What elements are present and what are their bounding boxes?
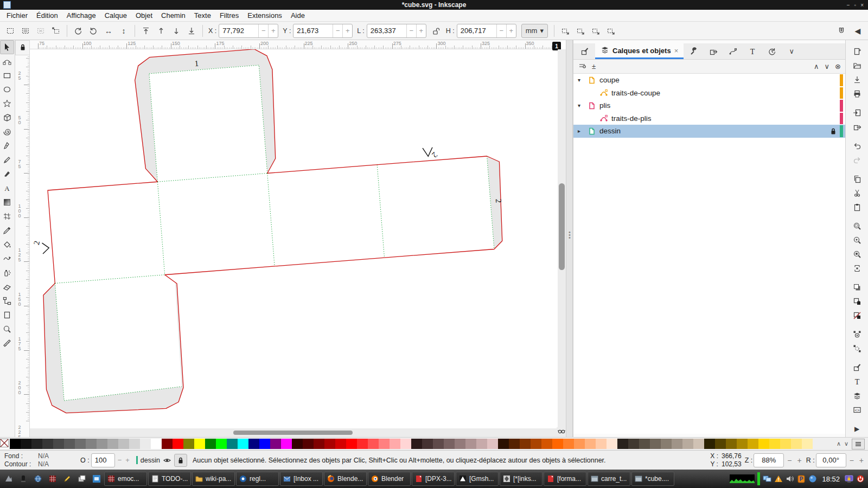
palette-swatch[interactable] xyxy=(368,439,379,449)
palette-swatch[interactable] xyxy=(10,439,21,449)
minimize-button[interactable]: − xyxy=(847,2,850,8)
tool-dropper[interactable] xyxy=(0,223,14,237)
palette-swatch[interactable] xyxy=(292,439,303,449)
save-button[interactable] xyxy=(850,73,864,87)
copy-button[interactable] xyxy=(850,172,864,186)
menu-item[interactable]: Aide xyxy=(286,10,309,21)
taskbar-window-button[interactable]: [DPX-3... xyxy=(412,472,455,486)
layer-row-coupe[interactable]: ▾ coupe xyxy=(573,74,845,87)
expander-icon[interactable]: ▾ xyxy=(578,77,588,83)
palette-swatch[interactable] xyxy=(140,439,151,449)
select-all-layers-button[interactable] xyxy=(18,24,33,38)
zoom-minus[interactable]: − xyxy=(785,456,794,465)
palette-swatch[interactable] xyxy=(693,439,704,449)
layer-row-dessin[interactable]: ▸ dessin xyxy=(573,125,845,138)
height-plus[interactable]: + xyxy=(506,24,516,37)
lock-ratio-toggle[interactable] xyxy=(429,24,443,38)
palette-swatch[interactable] xyxy=(379,439,390,449)
tool-node-editor[interactable] xyxy=(0,54,14,68)
no-color-swatch[interactable] xyxy=(0,439,10,449)
opacity-input[interactable]: 100 xyxy=(92,456,114,464)
tool-star[interactable] xyxy=(0,97,14,111)
zoom-center-button[interactable] xyxy=(850,261,864,275)
object-row-traits-de-coupe[interactable]: traits-de-coupe xyxy=(573,87,845,100)
palette-swatch[interactable] xyxy=(607,439,617,449)
delete-layer-button[interactable]: ⊗ xyxy=(835,62,841,70)
palette-swatch[interactable] xyxy=(118,439,129,449)
rotation-plus[interactable]: + xyxy=(857,456,866,465)
launcher-windows[interactable] xyxy=(74,471,89,486)
tool-pencil[interactable] xyxy=(0,153,14,167)
menu-item[interactable]: Calque xyxy=(100,10,131,21)
palette-swatch[interactable] xyxy=(487,439,498,449)
tool-3d-box[interactable] xyxy=(0,111,14,125)
layer-lock-icon[interactable] xyxy=(829,127,838,136)
h-ruler[interactable]: 75100125150175200225250275300325350 xyxy=(30,40,558,49)
layer-row-plis[interactable]: ▾ plis xyxy=(573,99,845,112)
paste-button[interactable] xyxy=(850,200,864,214)
width-input[interactable]: 263,337 xyxy=(367,27,406,35)
close-button[interactable]: × xyxy=(860,2,864,8)
print-button[interactable] xyxy=(850,87,864,101)
tool-spray[interactable] xyxy=(0,266,14,280)
palette-swatch[interactable] xyxy=(238,439,248,449)
taskbar-window-button[interactable]: carre_t... xyxy=(588,472,630,486)
palette-swatch[interactable] xyxy=(151,439,162,449)
palette-swatch[interactable] xyxy=(53,439,64,449)
palette-swatch[interactable] xyxy=(21,439,31,449)
palette-swatch[interactable] xyxy=(194,439,205,449)
select-all-button[interactable] xyxy=(3,24,17,38)
launcher-desktop[interactable] xyxy=(89,471,104,486)
cpu-graph-icon[interactable] xyxy=(730,474,755,483)
palette-swatch[interactable] xyxy=(520,439,531,449)
palette-swatch[interactable] xyxy=(758,439,769,449)
power-icon[interactable] xyxy=(856,474,865,483)
lower-button[interactable] xyxy=(169,24,183,38)
clipboard-icon[interactable]: P xyxy=(797,474,806,483)
object-row-traits-de-plis[interactable]: traits-de-plis xyxy=(573,112,845,125)
flip-horizontal-button[interactable]: ↔ xyxy=(101,24,116,38)
palette-swatch[interactable] xyxy=(248,439,259,449)
text-dialog-button[interactable]: T xyxy=(850,375,864,389)
tool-gradient[interactable] xyxy=(0,195,14,209)
menu-item[interactable]: Filtres xyxy=(215,10,243,21)
y-minus[interactable]: − xyxy=(333,24,342,37)
tool-spiral[interactable] xyxy=(0,125,14,139)
tab-text-font[interactable]: T xyxy=(743,44,762,59)
width-plus[interactable]: + xyxy=(416,24,426,37)
current-layer-name[interactable]: dessin xyxy=(141,457,160,464)
x-minus[interactable]: − xyxy=(258,24,268,37)
xml-editor-button[interactable]: <> xyxy=(850,403,864,417)
menu-item[interactable]: Affichage xyxy=(62,10,100,21)
palette-swatch[interactable] xyxy=(227,439,238,449)
import-button[interactable] xyxy=(850,106,864,120)
palette-swatch[interactable] xyxy=(31,439,42,449)
taskbar-window-button[interactable]: regl... xyxy=(236,472,279,486)
taskbar-window-button[interactable]: Blender xyxy=(368,472,411,486)
launcher-editor[interactable] xyxy=(60,471,74,486)
tool-paint-bucket[interactable] xyxy=(0,237,14,252)
palette-swatch[interactable] xyxy=(596,439,607,449)
tab-path-effects[interactable] xyxy=(724,44,742,59)
taskbar-window-button[interactable]: TODO-... xyxy=(148,472,191,486)
palette-swatch[interactable] xyxy=(639,439,650,449)
palette-swatch[interactable] xyxy=(704,439,715,449)
move-patterns-toggle[interactable] xyxy=(604,24,618,38)
palette-swatch[interactable] xyxy=(346,439,357,449)
redo-button[interactable] xyxy=(850,153,864,167)
palette-swatch[interactable] xyxy=(64,439,75,449)
snap-toggle[interactable] xyxy=(834,24,848,38)
snapbar-collapse-button[interactable]: ◀ xyxy=(851,24,865,38)
tool-selector[interactable] xyxy=(0,40,14,54)
taskbar-window-button[interactable]: emoc... xyxy=(104,472,147,486)
taskbar-window-button[interactable]: [forma... xyxy=(544,472,586,486)
palette-swatch[interactable] xyxy=(324,439,335,449)
guides-lock-toggle[interactable] xyxy=(15,40,30,55)
tool-pages[interactable] xyxy=(0,308,14,322)
raise-to-top-button[interactable] xyxy=(139,24,153,38)
rotate-cw-button[interactable] xyxy=(86,24,100,38)
taskbar-window-button[interactable]: [Inbox ... xyxy=(280,472,323,486)
palette-swatch[interactable] xyxy=(97,439,107,449)
zoom-selection-button[interactable] xyxy=(850,219,864,233)
blend-mode-button[interactable] xyxy=(578,61,586,72)
